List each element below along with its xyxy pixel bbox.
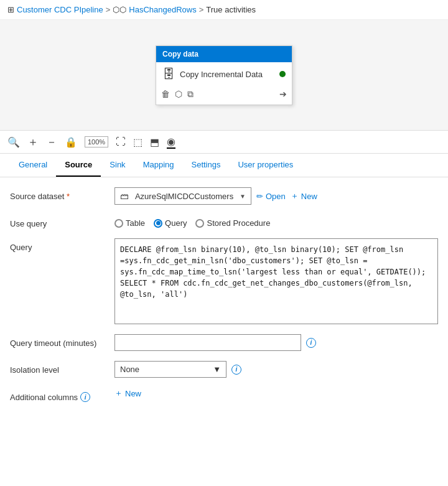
- isolation-level-info-icon[interactable]: i: [231, 365, 241, 375]
- go-icon[interactable]: ➔: [279, 89, 287, 99]
- pipeline-link[interactable]: Customer CDC PIpeline: [17, 5, 103, 14]
- tab-general[interactable]: General: [10, 154, 56, 177]
- copy-node[interactable]: Copy data 🗄 Copy Incremental Data 🗑 ⬡ ⧉ …: [156, 45, 292, 105]
- open-dataset-button[interactable]: ✏ Open: [256, 192, 286, 201]
- isolation-level-label: Isolation level: [10, 361, 110, 375]
- layout-icon[interactable]: ⬒: [150, 136, 159, 148]
- source-dataset-dropdown[interactable]: 🗃 AzureSqlMICDCCustomers ▼: [114, 187, 251, 205]
- isolation-level-value: None: [120, 365, 139, 374]
- isolation-level-controls: None ▼ i: [114, 361, 438, 378]
- radio-stored-procedure-circle: [195, 219, 204, 228]
- current-page: True activities: [206, 5, 256, 14]
- dropdown-arrow-icon: ▼: [240, 193, 246, 200]
- query-controls: [114, 238, 438, 324]
- search-icon[interactable]: 🔍: [7, 136, 20, 148]
- add-icon[interactable]: ＋: [27, 134, 39, 149]
- source-dataset-label: Source dataset *: [10, 187, 110, 201]
- source-dataset-value: AzureSqlMICDCCustomers: [135, 192, 233, 201]
- radio-query-label: Query: [165, 218, 187, 228]
- radio-query[interactable]: Query: [154, 218, 187, 228]
- pencil-icon: ✏: [256, 192, 263, 201]
- form-area: Source dataset * 🗃 AzureSqlMICDCCustomer…: [0, 177, 448, 422]
- select-icon[interactable]: ⬚: [133, 136, 142, 148]
- breadcrumb: ⊞ Customer CDC PIpeline > ⬡⬡ HasChangedR…: [0, 0, 448, 20]
- query-timeout-row: Query timeout (minutes) i: [10, 334, 438, 351]
- sep1: >: [106, 5, 111, 14]
- use-query-controls: Table Query Stored Procedure: [114, 215, 438, 228]
- minus-icon[interactable]: －: [46, 134, 57, 149]
- copy-node-icon: 🗄: [162, 67, 175, 82]
- additional-columns-row: Additional columns i ＋ New: [10, 388, 438, 402]
- tab-mapping[interactable]: Mapping: [134, 154, 183, 177]
- copy-node-label: Copy Incremental Data: [180, 70, 263, 79]
- fit-icon[interactable]: ⛶: [116, 136, 126, 147]
- additional-columns-info-icon[interactable]: i: [80, 392, 90, 402]
- copy-node-actions: 🗑 ⬡ ⧉ ➔: [156, 86, 292, 105]
- lock-icon[interactable]: 🔒: [65, 136, 77, 148]
- source-dataset-controls: 🗃 AzureSqlMICDCCustomers ▼ ✏ Open ＋ New: [114, 187, 438, 205]
- add-column-button[interactable]: ＋ New: [114, 388, 141, 399]
- source-dataset-row: Source dataset * 🗃 AzureSqlMICDCCustomer…: [10, 187, 438, 205]
- canvas-area: Copy data 🗄 Copy Incremental Data 🗑 ⬡ ⧉ …: [0, 20, 448, 131]
- use-query-row: Use query Table Query Stored Procedure: [10, 215, 438, 228]
- delete-icon[interactable]: 🗑: [161, 89, 170, 99]
- additional-columns-controls: ＋ New: [114, 388, 438, 399]
- copy-icon[interactable]: ⬡: [175, 89, 182, 99]
- query-row: Query: [10, 238, 438, 324]
- add-column-plus-icon: ＋: [114, 388, 123, 399]
- sep2: >: [199, 5, 204, 14]
- query-timeout-label: Query timeout (minutes): [10, 334, 110, 348]
- zoom-100-icon[interactable]: 100%: [85, 136, 108, 147]
- plus-icon: ＋: [291, 190, 299, 202]
- radio-stored-procedure[interactable]: Stored Procedure: [195, 218, 270, 228]
- tab-source[interactable]: Source: [56, 154, 101, 177]
- query-timeout-controls: i: [114, 334, 438, 351]
- query-textarea[interactable]: [114, 238, 438, 324]
- isolation-level-dropdown[interactable]: None ▼: [114, 361, 226, 378]
- use-query-label: Use query: [10, 215, 110, 228]
- toolbar: 🔍 ＋ － 🔒 100% ⛶ ⬚ ⬒ ◉: [0, 131, 448, 154]
- tab-settings[interactable]: Settings: [183, 154, 230, 177]
- radio-table[interactable]: Table: [114, 218, 145, 228]
- query-timeout-info-icon[interactable]: i: [306, 338, 316, 348]
- activity-link[interactable]: HasChangedRows: [129, 5, 196, 14]
- radio-query-circle: [154, 219, 162, 228]
- new-dataset-button[interactable]: ＋ New: [291, 190, 317, 202]
- isolation-dropdown-arrow-icon: ▼: [213, 365, 221, 374]
- query-timeout-input[interactable]: [114, 334, 301, 351]
- db-icon: 🗃: [120, 191, 129, 201]
- use-query-radio-group: Table Query Stored Procedure: [114, 215, 270, 228]
- activity-icon: ⬡⬡: [113, 5, 126, 14]
- duplicate-icon[interactable]: ⧉: [187, 89, 194, 100]
- additional-columns-label: Additional columns i: [10, 388, 110, 402]
- radio-stored-procedure-label: Stored Procedure: [207, 218, 270, 228]
- copy-node-status-dot: [279, 71, 286, 77]
- radio-table-circle: [114, 219, 123, 228]
- copy-node-body: 🗄 Copy Incremental Data: [156, 62, 292, 86]
- tabs: General Source Sink Mapping Settings Use…: [0, 154, 448, 177]
- pipeline-icon: ⊞: [7, 5, 14, 14]
- copy-node-header: Copy data: [156, 46, 292, 62]
- query-label: Query: [10, 238, 110, 252]
- radio-table-label: Table: [126, 218, 145, 228]
- isolation-level-row: Isolation level None ▼ i: [10, 361, 438, 378]
- pipeline-view-icon[interactable]: ◉: [167, 136, 175, 149]
- tab-user-properties[interactable]: User properties: [229, 154, 302, 177]
- tab-sink[interactable]: Sink: [101, 154, 134, 177]
